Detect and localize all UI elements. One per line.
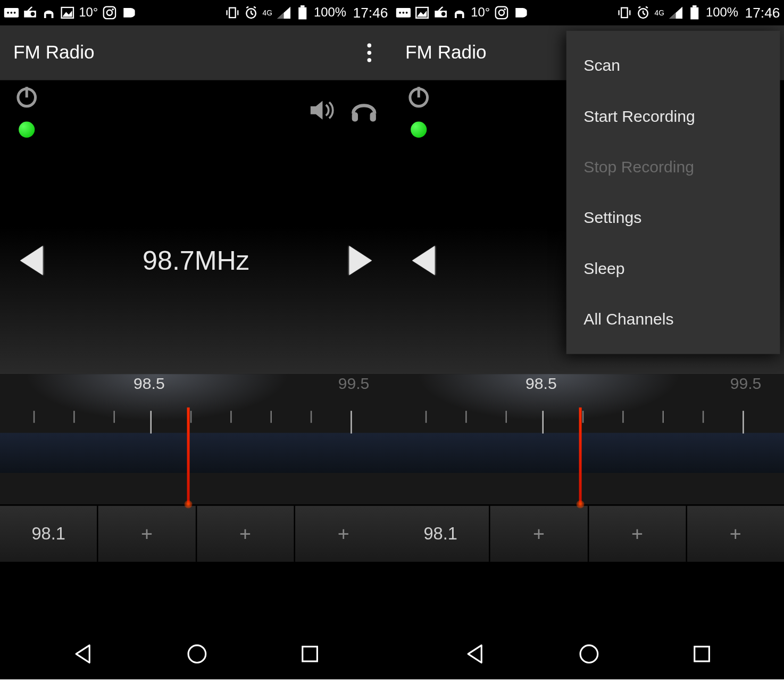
tune-down-button[interactable] <box>412 246 435 275</box>
back-button[interactable] <box>464 643 487 666</box>
home-button[interactable] <box>578 643 601 666</box>
image-status-icon <box>60 5 75 20</box>
svg-point-39 <box>499 10 504 15</box>
svg-point-37 <box>441 12 446 16</box>
nav-bar <box>0 628 392 679</box>
battery-icon <box>295 5 310 20</box>
svg-point-1 <box>7 12 9 14</box>
svg-point-9 <box>107 10 112 15</box>
home-button[interactable] <box>186 643 209 666</box>
dial-label-995: 99.5 <box>730 374 762 393</box>
dial-indicator <box>187 408 190 504</box>
instagram-status-icon <box>102 5 117 20</box>
headphones-button[interactable] <box>349 97 379 123</box>
svg-line-17 <box>246 7 248 9</box>
time-text: 17:46 <box>745 5 780 21</box>
recents-button[interactable] <box>692 644 712 664</box>
preset-slot-2[interactable]: + <box>98 505 197 561</box>
status-indicator <box>19 122 35 138</box>
frequency-text: 98.7MHz <box>143 245 249 275</box>
svg-point-32 <box>402 12 404 14</box>
battery-text: 100% <box>314 5 346 20</box>
signal-icon <box>669 5 683 20</box>
preset-slot-2[interactable]: + <box>490 505 589 561</box>
svg-point-28 <box>189 645 206 663</box>
notification-icon <box>396 5 411 20</box>
app-status-icon <box>513 5 528 20</box>
notification-icon <box>4 5 19 20</box>
controls-row <box>0 80 392 134</box>
svg-point-40 <box>504 9 506 11</box>
power-button[interactable] <box>405 83 432 110</box>
svg-rect-26 <box>352 112 358 122</box>
vibrate-icon <box>617 5 632 20</box>
nav-bar <box>392 628 784 679</box>
frequency-dial[interactable]: 98.5 99.5 <box>392 374 784 504</box>
svg-point-3 <box>14 12 16 14</box>
preset-slot-3[interactable]: + <box>197 505 295 561</box>
svg-rect-49 <box>690 7 698 20</box>
overflow-menu: Scan Start Recording Stop Recording Sett… <box>566 31 780 354</box>
svg-rect-50 <box>693 5 697 7</box>
recents-button[interactable] <box>300 644 320 664</box>
app-status-icon <box>121 5 136 20</box>
svg-rect-19 <box>298 7 306 20</box>
power-button[interactable] <box>13 83 40 110</box>
svg-point-6 <box>31 12 35 16</box>
preset-slot-4[interactable]: + <box>687 505 784 561</box>
svg-point-23 <box>368 58 372 62</box>
tune-up-button[interactable] <box>349 246 372 275</box>
preset-row: 98.1 + + + <box>0 504 392 562</box>
battery-icon <box>687 5 702 20</box>
dial-label-985: 98.5 <box>526 374 557 393</box>
radio-status-icon <box>23 5 38 20</box>
svg-point-10 <box>112 9 114 11</box>
menu-all-channels[interactable]: All Channels <box>566 294 780 344</box>
image-status-icon <box>415 5 430 20</box>
svg-line-16 <box>251 13 253 15</box>
app-title: FM Radio <box>405 42 486 63</box>
temperature-text: 10° <box>79 5 98 20</box>
temperature-text: 10° <box>471 5 490 20</box>
svg-line-48 <box>646 7 648 9</box>
svg-line-18 <box>254 7 256 9</box>
overflow-menu-button[interactable] <box>360 36 379 70</box>
preset-slot-1[interactable]: 98.1 <box>392 505 490 561</box>
svg-rect-8 <box>103 7 115 19</box>
svg-point-22 <box>368 51 372 55</box>
alarm-icon <box>636 5 650 20</box>
status-indicator <box>411 122 427 138</box>
speaker-button[interactable] <box>309 98 337 122</box>
dial-label-995: 99.5 <box>338 374 370 393</box>
svg-rect-41 <box>621 8 628 18</box>
menu-scan[interactable]: Scan <box>566 40 780 90</box>
menu-settings[interactable]: Settings <box>566 193 780 243</box>
svg-line-47 <box>638 7 640 9</box>
svg-rect-38 <box>495 7 507 19</box>
status-bar: 10° 4G 100% 17:46 <box>392 0 784 26</box>
svg-rect-54 <box>695 646 710 661</box>
headphones-status-icon <box>41 5 56 20</box>
battery-text: 100% <box>706 5 738 20</box>
menu-stop-recording: Stop Recording <box>566 142 780 192</box>
headphones-status-icon <box>452 5 467 20</box>
svg-point-21 <box>368 44 372 48</box>
svg-point-2 <box>10 12 12 14</box>
menu-sleep[interactable]: Sleep <box>566 243 780 294</box>
svg-rect-27 <box>370 112 376 122</box>
tune-down-button[interactable] <box>20 246 43 275</box>
preset-slot-1[interactable]: 98.1 <box>0 505 98 561</box>
dial-label-985: 98.5 <box>134 374 165 393</box>
preset-slot-4[interactable]: + <box>295 505 392 561</box>
status-bar: 10° 4G 100% 17:46 <box>0 0 392 26</box>
svg-rect-20 <box>301 5 305 7</box>
screen-right: 10° 4G 100% 17:46 FM Radio 98. <box>392 0 784 679</box>
vibrate-icon <box>225 5 240 20</box>
menu-start-recording[interactable]: Start Recording <box>566 91 780 142</box>
frequency-dial[interactable]: 98.5 99.5 <box>0 374 392 504</box>
back-button[interactable] <box>72 643 95 666</box>
svg-point-31 <box>399 12 401 14</box>
svg-rect-29 <box>303 646 318 661</box>
screen-left: 10° 4G 100% 17:46 FM Radio <box>0 0 392 679</box>
preset-slot-3[interactable]: + <box>589 505 687 561</box>
